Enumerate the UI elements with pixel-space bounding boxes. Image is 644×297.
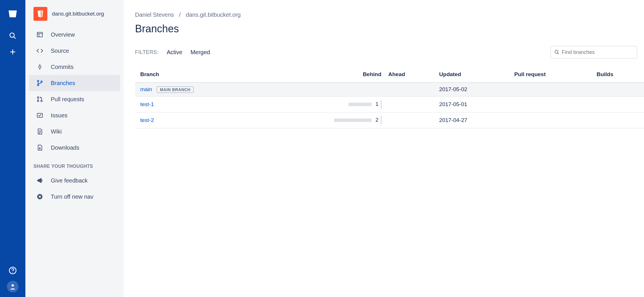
search-branches-input[interactable] (562, 49, 633, 55)
builds-cell (593, 96, 644, 112)
sidebar-item-label: Turn off new nav (51, 193, 93, 200)
ahead-cell (385, 96, 436, 112)
col-branch: Branch (135, 67, 268, 82)
filter-merged[interactable]: Merged (190, 49, 210, 56)
svg-point-10 (39, 66, 41, 68)
svg-point-17 (38, 100, 39, 102)
page-title: Branches (135, 23, 644, 35)
sidebar-item-label: Wiki (51, 128, 62, 135)
section-label: SHARE YOUR THOUGHTS (25, 156, 123, 172)
breadcrumb-separator: / (179, 12, 181, 18)
repo-sidebar: dans.git.bitbucket.org Overview Source C… (25, 0, 123, 297)
branches-icon (36, 80, 44, 87)
col-behind: Behind (268, 67, 385, 82)
table-row: mainMAIN BRANCH2017-05-02 (135, 82, 644, 96)
filter-row: FILTERS: Active Merged (135, 46, 644, 59)
col-ahead: Ahead (385, 67, 436, 82)
behind-count: 1 (373, 101, 379, 107)
behind-ahead-divider (381, 100, 381, 109)
sidebar-item-source[interactable]: Source (25, 43, 123, 59)
breadcrumb: Daniel Stevens / dans.git.bitbucket.org (135, 12, 644, 18)
html5-icon (33, 7, 47, 21)
behind-cell (268, 82, 385, 96)
sidebar-item-label: Pull requests (51, 96, 84, 103)
sidebar-item-pull-requests[interactable]: Pull requests (25, 91, 123, 107)
ahead-cell (385, 82, 436, 96)
help-icon[interactable] (7, 265, 18, 276)
ahead-cell (385, 112, 436, 128)
behind-cell: 2 (268, 112, 385, 128)
repo-name: dans.git.bitbucket.org (52, 11, 104, 17)
sidebar-item-label: Overview (51, 31, 75, 38)
pull-request-cell (511, 82, 593, 96)
sidebar-item-overview[interactable]: Overview (25, 27, 123, 43)
updated-cell: 2017-05-01 (436, 96, 511, 112)
source-icon (36, 47, 44, 54)
issues-icon (36, 112, 44, 119)
search-icon[interactable] (6, 29, 20, 43)
col-pull-request: Pull request (511, 67, 593, 82)
sidebar-item-label: Commits (51, 64, 74, 70)
sidebar-item-issues[interactable]: Issues (25, 107, 123, 123)
sidebar-item-downloads[interactable]: Downloads (25, 140, 123, 156)
table-row: test-112017-05-01 (135, 96, 644, 112)
svg-point-6 (12, 284, 14, 287)
svg-point-18 (41, 100, 42, 102)
builds-cell (593, 82, 644, 96)
main-content: Daniel Stevens / dans.git.bitbucket.org … (123, 0, 644, 297)
global-nav (0, 0, 25, 297)
breadcrumb-owner[interactable]: Daniel Stevens (135, 12, 174, 18)
pull-requests-icon (36, 96, 44, 103)
breadcrumb-repo[interactable]: dans.git.bitbucket.org (186, 12, 241, 18)
sidebar-item-label: Issues (51, 112, 68, 119)
branches-table: Branch Behind Ahead Updated Pull request… (135, 67, 644, 128)
sidebar-item-label: Branches (51, 80, 75, 87)
svg-point-5 (12, 272, 13, 273)
branch-link[interactable]: test-2 (140, 117, 154, 123)
behind-bar (334, 119, 372, 122)
col-builds: Builds (593, 67, 644, 82)
main-branch-badge: MAIN BRANCH (157, 87, 194, 93)
updated-cell: 2017-05-02 (436, 82, 511, 96)
svg-point-0 (10, 33, 14, 37)
svg-point-13 (38, 80, 39, 82)
close-circle-icon (36, 193, 44, 200)
sidebar-item-turn-off-nav[interactable]: Turn off new nav (25, 189, 123, 205)
downloads-icon (36, 144, 44, 151)
table-row: test-222017-04-27 (135, 112, 644, 128)
behind-bar (349, 103, 372, 106)
branch-link[interactable]: test-1 (140, 101, 154, 107)
svg-point-26 (555, 50, 558, 53)
filter-active[interactable]: Active (167, 49, 182, 56)
sidebar-item-commits[interactable]: Commits (25, 59, 123, 75)
svg-point-15 (41, 81, 42, 82)
filters-label: FILTERS: (135, 49, 159, 55)
repo-header: dans.git.bitbucket.org (25, 7, 123, 27)
sidebar-item-branches[interactable]: Branches (29, 75, 120, 91)
sidebar-item-feedback[interactable]: Give feedback (25, 172, 123, 189)
behind-ahead-divider (381, 116, 381, 125)
sidebar-item-label: Source (51, 48, 69, 54)
builds-cell (593, 112, 644, 128)
sidebar-item-wiki[interactable]: Wiki (25, 123, 123, 140)
user-avatar[interactable] (7, 281, 18, 292)
updated-cell: 2017-04-27 (436, 112, 511, 128)
pull-request-cell (511, 96, 593, 112)
sidebar-item-label: Downloads (51, 144, 79, 151)
behind-count: 2 (373, 117, 379, 123)
sidebar-item-label: Give feedback (51, 177, 88, 184)
svg-line-1 (14, 37, 16, 39)
search-icon (554, 50, 559, 55)
search-branches-box[interactable] (551, 46, 637, 59)
behind-cell: 1 (268, 96, 385, 112)
branch-link[interactable]: main (140, 86, 152, 92)
commits-icon (36, 63, 44, 70)
pull-request-cell (511, 112, 593, 128)
wiki-icon (36, 128, 44, 135)
svg-point-14 (38, 84, 39, 86)
create-icon[interactable] (6, 45, 20, 59)
svg-rect-7 (37, 32, 42, 37)
svg-point-16 (38, 97, 39, 98)
col-updated: Updated (436, 67, 511, 82)
bitbucket-logo[interactable] (6, 7, 20, 21)
